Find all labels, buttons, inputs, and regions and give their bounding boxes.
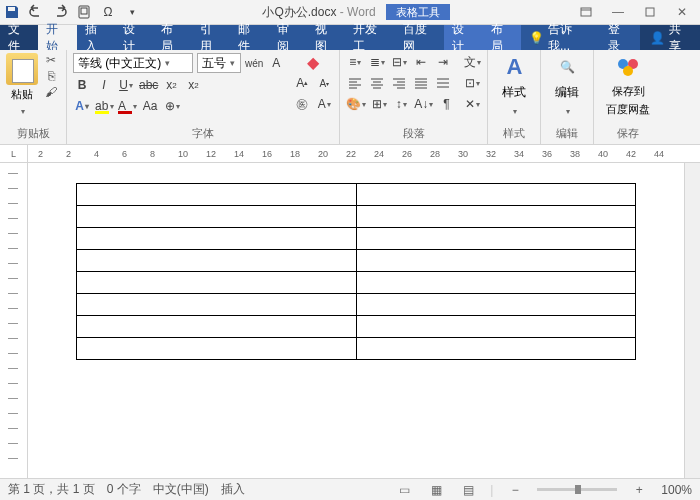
table-cell[interactable] [356,272,636,294]
touch-mode-icon[interactable] [76,4,92,20]
multilevel-list-icon[interactable]: ⊟ [390,53,408,71]
editing-dropdown[interactable] [558,104,576,118]
save-icon[interactable] [4,4,20,20]
table-cell[interactable] [77,184,357,206]
paste-button[interactable]: 粘贴 [11,87,33,102]
table-row[interactable] [77,294,636,316]
highlight-icon[interactable]: ab [95,97,114,115]
font-size-combo[interactable]: 五号▾ [197,53,241,73]
tab-review[interactable]: 审阅 [269,25,307,50]
table-cell[interactable] [356,184,636,206]
char-shading-icon[interactable]: ⊕ [163,97,181,115]
tab-file[interactable]: 文件 [0,25,38,50]
vertical-ruler[interactable] [0,163,28,478]
table-row[interactable] [77,206,636,228]
table-cell[interactable] [77,272,357,294]
table-cell[interactable] [77,294,357,316]
styles-dropdown[interactable] [505,104,523,118]
grow-font-icon[interactable]: A▴ [293,74,311,92]
table-row[interactable] [77,316,636,338]
status-insert-mode[interactable]: 插入 [221,481,245,498]
font-name-combo[interactable]: 等线 (中文正文)▾ [73,53,193,73]
table-row[interactable] [77,338,636,360]
tab-view[interactable]: 视图 [307,25,345,50]
sort-icon[interactable]: A↓ [414,95,433,113]
web-layout-icon[interactable]: ▤ [458,482,478,498]
undo-icon[interactable] [28,4,44,20]
enclose-char-icon[interactable]: ㊩ [293,95,311,113]
numbering-icon[interactable]: ≣ [368,53,386,71]
share-button[interactable]: 👤共享 [640,25,700,50]
table-cell[interactable] [77,206,357,228]
justify-icon[interactable] [412,74,430,92]
para-settings-icon[interactable]: ✕ [463,95,481,113]
decrease-indent-icon[interactable]: ⇤ [412,53,430,71]
tab-developer[interactable]: 开发工 [345,25,395,50]
tab-design[interactable]: 设计 [115,25,153,50]
save-cloud-button[interactable]: 保存到 [612,84,645,99]
char-border-icon[interactable]: A [267,54,285,72]
format-painter-icon[interactable]: 🖌 [42,85,60,99]
table-cell[interactable] [356,294,636,316]
table-cell[interactable] [356,228,636,250]
tab-table-design[interactable]: 设计 [444,25,482,50]
table-row[interactable] [77,228,636,250]
bold-button[interactable]: B [73,76,91,94]
minimize-icon[interactable]: — [604,2,632,22]
login-button[interactable]: 登录 [598,25,640,50]
font-settings-icon[interactable]: A [315,95,333,113]
phonetic-guide-icon[interactable]: wén [245,54,263,72]
save-cloud-button2[interactable]: 百度网盘 [606,102,650,117]
ruler-corner[interactable]: L [0,145,28,162]
text-effects-icon[interactable]: A [73,97,91,115]
distributed-icon[interactable] [434,74,452,92]
zoom-slider[interactable] [537,488,617,491]
page-canvas[interactable] [28,163,684,478]
bullets-icon[interactable]: ≡ [346,53,364,71]
close-icon[interactable]: ✕ [668,2,696,22]
line-spacing-icon[interactable]: ↕ [392,95,410,113]
clear-format-icon[interactable]: ◆ [293,53,333,71]
zoom-out-icon[interactable]: − [505,482,525,498]
print-layout-icon[interactable]: ▦ [426,482,446,498]
increase-indent-icon[interactable]: ⇥ [434,53,452,71]
tab-table-layout[interactable]: 布局 [483,25,521,50]
tab-layout[interactable]: 布局 [153,25,191,50]
horizontal-ruler[interactable]: L 22468101214161820222426283032343638404… [0,145,700,163]
subscript-button[interactable]: x2 [162,76,180,94]
qat-dropdown-icon[interactable]: ▾ [124,4,140,20]
table-cell[interactable] [77,228,357,250]
vertical-scrollbar[interactable] [684,163,700,478]
change-case-icon[interactable]: Aa [141,97,159,115]
underline-button[interactable]: U [117,76,135,94]
styles-icon[interactable]: A [500,53,528,81]
table-row[interactable] [77,272,636,294]
table-row[interactable] [77,250,636,272]
status-words[interactable]: 0 个字 [107,481,141,498]
cut-icon[interactable]: ✂ [42,53,60,67]
tab-insert[interactable]: 插入 [77,25,115,50]
editing-button[interactable]: 编辑 [555,84,579,101]
borders-icon[interactable]: ⊞ [370,95,388,113]
status-language[interactable]: 中文(中国) [153,481,209,498]
zoom-in-icon[interactable]: + [629,482,649,498]
ribbon-options-icon[interactable] [572,2,600,22]
paste-icon[interactable] [6,53,38,85]
snap-to-grid-icon[interactable]: ⊡ [463,74,481,92]
align-right-icon[interactable] [390,74,408,92]
table-row[interactable] [77,184,636,206]
superscript-button[interactable]: x2 [184,76,202,94]
shrink-font-icon[interactable]: A▾ [315,74,333,92]
table-cell[interactable] [356,206,636,228]
tab-baidu[interactable]: 百度网 [395,25,445,50]
tab-references[interactable]: 引用 [192,25,230,50]
maximize-icon[interactable] [636,2,664,22]
strikethrough-button[interactable]: abc [139,76,158,94]
baidu-cloud-icon[interactable] [614,53,642,81]
table-cell[interactable] [356,250,636,272]
table-cell[interactable] [356,338,636,360]
table-cell[interactable] [77,250,357,272]
read-mode-icon[interactable]: ▭ [394,482,414,498]
table-cell[interactable] [77,316,357,338]
show-marks-icon[interactable]: ¶ [437,95,455,113]
